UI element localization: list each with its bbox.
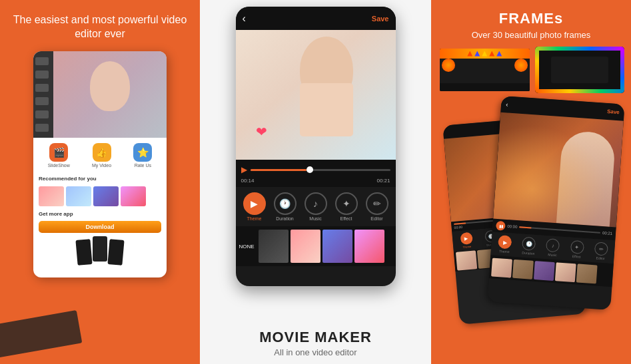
thumb-1 bbox=[39, 186, 64, 206]
time-labels: 00:14 00:21 bbox=[241, 178, 390, 184]
ctrl-music[interactable]: ♪ Music bbox=[305, 192, 327, 221]
rp-back-time-start: 00:00 bbox=[454, 225, 462, 230]
phone-top-image bbox=[33, 51, 167, 138]
rp-ctrl-music[interactable]: ♪ Music bbox=[546, 238, 560, 257]
bunting-5 bbox=[496, 51, 502, 57]
phone-icon-myvideo[interactable]: 👍 My Video bbox=[92, 143, 111, 168]
slideshow-label: SlideShow bbox=[48, 163, 70, 168]
progress-thumb bbox=[307, 166, 313, 173]
theme-icon: ▶ bbox=[243, 192, 266, 215]
middle-bottom-text: MOVIE MAKER All in one video editor bbox=[259, 329, 372, 357]
mid-girl-photo bbox=[236, 30, 396, 160]
rp-ctrl-theme[interactable]: ▶ Theme bbox=[498, 235, 512, 254]
frame-preview-1 bbox=[438, 47, 532, 93]
frame-bottom bbox=[440, 83, 530, 91]
thumb-3 bbox=[93, 186, 119, 206]
rateus-label: Rate Us bbox=[135, 163, 151, 168]
none-label: NONE bbox=[239, 244, 255, 250]
film-thumb-1 bbox=[259, 230, 289, 263]
progress-track[interactable] bbox=[251, 169, 390, 171]
thumb-2 bbox=[66, 186, 91, 206]
ctrl-theme[interactable]: ▶ Theme bbox=[243, 192, 266, 221]
film-thumb-4 bbox=[354, 230, 384, 263]
rp-music-icon: ♪ bbox=[546, 238, 560, 252]
app-phone-2 bbox=[93, 236, 107, 262]
download-button[interactable]: Download bbox=[39, 221, 161, 233]
mid-filmstrip: NONE bbox=[236, 226, 396, 266]
music-label: Music bbox=[309, 216, 321, 221]
rp-ft-1 bbox=[456, 250, 477, 271]
rp-theme-lbl: Theme bbox=[499, 249, 510, 254]
right-phone-front: ‹ Save ▮▮ 00:00 00:21 bbox=[487, 96, 624, 310]
left-tagline: The easiest and most powerful video edit… bbox=[7, 13, 193, 41]
ctrl-editor[interactable]: ✏ Editor bbox=[366, 192, 388, 221]
rp-ctrl-duration[interactable]: 🕐 Duration bbox=[522, 237, 536, 256]
back-arrow-icon[interactable]: ‹ bbox=[243, 13, 246, 25]
rp-back-theme: Theme bbox=[462, 245, 471, 249]
phone-icons-row: 🎬 SlideShow 👍 My Video ⭐ Rate Us bbox=[33, 138, 167, 173]
rp-duration-lbl: Duration bbox=[522, 251, 534, 256]
phone-girl-face bbox=[90, 61, 130, 111]
slideshow-icon: 🎬 bbox=[49, 143, 68, 162]
thumb-4 bbox=[121, 186, 146, 206]
film-hole bbox=[35, 124, 49, 132]
editor-icon: ✏ bbox=[366, 192, 388, 215]
theme-label: Theme bbox=[247, 216, 262, 221]
rp-effect-icon: ✦ bbox=[570, 240, 584, 254]
ctrl-effect[interactable]: ✦ Effect bbox=[335, 192, 358, 221]
film-hole bbox=[35, 84, 49, 92]
frame-preview-2 bbox=[535, 47, 625, 93]
right-panel: FRAMEs Over 30 beautiful photo frames bbox=[431, 0, 631, 364]
rp-fill bbox=[519, 226, 531, 228]
right-title: FRAMEs bbox=[499, 10, 563, 27]
phone-girl-photo bbox=[53, 51, 167, 138]
bunting-3 bbox=[482, 51, 487, 57]
rp-effect-lbl: Effect bbox=[572, 254, 581, 259]
progress-fill bbox=[251, 169, 307, 171]
film-hole bbox=[35, 71, 49, 79]
bunting-4 bbox=[489, 51, 494, 57]
phone-getmore-label: Get more app bbox=[33, 208, 167, 220]
rp-front-save: Save bbox=[607, 108, 620, 115]
effect-label: Effect bbox=[340, 216, 352, 221]
movie-maker-subtitle: All in one video editor bbox=[259, 347, 372, 357]
phone-icon-slideshow[interactable]: 🎬 SlideShow bbox=[48, 143, 70, 168]
left-panel: The easiest and most powerful video edit… bbox=[0, 0, 200, 364]
film-hole bbox=[35, 57, 49, 65]
frame-top-decoration bbox=[440, 49, 530, 59]
rp-play-button[interactable]: ▮▮ bbox=[496, 221, 506, 231]
rp-ctrl-editor[interactable]: ✏ Editor bbox=[594, 242, 608, 260]
phone-thumbnails bbox=[33, 184, 167, 208]
film-hole bbox=[35, 110, 49, 118]
rp-time-end: 00:21 bbox=[602, 231, 612, 236]
filmstrip-decoration bbox=[0, 310, 82, 358]
mid-save-button[interactable]: Save bbox=[372, 15, 389, 23]
rp-front-ft-1 bbox=[491, 258, 512, 277]
ctrl-duration[interactable]: 🕐 Duration bbox=[274, 192, 297, 221]
rp-front-ft-4 bbox=[555, 262, 576, 282]
phone-inner: 🎬 SlideShow 👍 My Video ⭐ Rate Us Recomme… bbox=[33, 51, 167, 277]
rateus-icon: ⭐ bbox=[133, 143, 152, 162]
rp-front-video bbox=[493, 112, 624, 228]
right-phone-mockups: 00:00 00:21 ▶ Theme 🕐 Duration ♪ Music bbox=[438, 100, 624, 326]
rp-duration-icon: 🕐 bbox=[522, 237, 536, 251]
phone-app-row bbox=[33, 234, 167, 267]
phone-icon-rateus[interactable]: ⭐ Rate Us bbox=[133, 143, 152, 168]
rp-front-ft-3 bbox=[534, 261, 555, 281]
time-start: 00:14 bbox=[241, 178, 255, 184]
duration-icon: 🕐 bbox=[274, 192, 297, 215]
music-icon: ♪ bbox=[305, 192, 327, 215]
corner-deco-tl bbox=[442, 59, 455, 72]
rp-ctrl-effect[interactable]: ✦ Effect bbox=[570, 240, 584, 259]
rp-editor-icon: ✏ bbox=[594, 242, 608, 256]
rp-front-ft-5 bbox=[576, 264, 598, 283]
film-strip-left bbox=[33, 51, 53, 138]
film-hole bbox=[35, 97, 49, 105]
rp-time-start: 00:00 bbox=[507, 224, 517, 229]
rp-editor-lbl: Editor bbox=[596, 256, 605, 260]
rp-track[interactable] bbox=[519, 226, 600, 234]
myvideo-label: My Video bbox=[92, 163, 111, 168]
frames-row bbox=[438, 47, 624, 93]
effect-icon: ✦ bbox=[335, 192, 358, 215]
corner-deco-tr bbox=[514, 59, 528, 72]
